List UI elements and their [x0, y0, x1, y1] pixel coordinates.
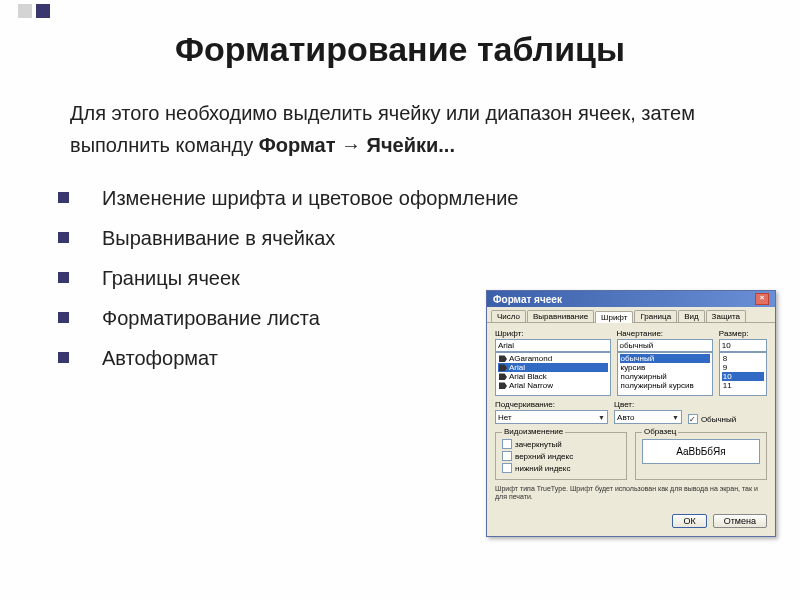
effects-group: Видоизменение зачеркнутый верхний индекс… — [495, 432, 627, 480]
effect-strikethrough-row[interactable]: зачеркнутый — [502, 439, 620, 449]
dialog-title-text: Формат ячеек — [493, 294, 562, 305]
tab-protection[interactable]: Защита — [706, 310, 746, 322]
style-option[interactable]: полужирный курсив — [620, 381, 710, 390]
tab-border[interactable]: Граница — [634, 310, 677, 322]
font-hint: Шрифт типа TrueType. Шрифт будет использ… — [495, 485, 767, 502]
underline-value: Нет — [498, 413, 512, 422]
size-listbox[interactable]: 8 9 10 11 — [719, 352, 767, 396]
underline-label: Подчеркивание: — [495, 400, 608, 409]
style-input[interactable]: обычный — [617, 339, 713, 352]
checkbox-icon[interactable] — [502, 439, 512, 449]
cancel-button[interactable]: Отмена — [713, 514, 767, 528]
list-item: Выравнивание в ячейках — [50, 223, 750, 253]
size-option[interactable]: 9 — [722, 363, 764, 372]
normal-check-label: Обычный — [701, 415, 736, 424]
effect-superscript-row[interactable]: верхний индекс — [502, 451, 620, 461]
size-option[interactable]: 8 — [722, 354, 764, 363]
size-label: Размер: — [719, 329, 767, 338]
effect-label: нижний индекс — [515, 464, 570, 473]
tab-number[interactable]: Число — [491, 310, 526, 322]
chevron-down-icon: ▼ — [598, 414, 605, 421]
color-label: Цвет: — [614, 400, 682, 409]
preview-group: Образец АаВbБбЯя — [635, 432, 767, 480]
preview-text: АаВbБбЯя — [642, 439, 760, 464]
font-label: Шрифт: — [495, 329, 611, 338]
color-value: Авто — [617, 413, 634, 422]
effects-group-label: Видоизменение — [502, 427, 565, 436]
slide-decor — [18, 4, 50, 18]
dialog-body: Шрифт: Arial AGaramond Arial Arial Black… — [487, 323, 775, 510]
dialog-button-row: ОК Отмена — [487, 510, 775, 536]
effect-label: верхний индекс — [515, 452, 573, 461]
font-listbox[interactable]: AGaramond Arial Arial Black Arial Narrow — [495, 352, 611, 396]
tab-view[interactable]: Вид — [678, 310, 704, 322]
page-title: Форматирование таблицы — [0, 30, 800, 69]
close-icon[interactable]: × — [755, 293, 769, 305]
format-cells-dialog: Формат ячеек × Число Выравнивание Шрифт … — [486, 290, 776, 537]
checkbox-icon[interactable]: ✓ — [688, 414, 698, 424]
chevron-down-icon: ▼ — [672, 414, 679, 421]
size-input[interactable]: 10 — [719, 339, 767, 352]
size-option[interactable]: 10 — [722, 372, 764, 381]
style-option[interactable]: полужирный — [620, 372, 710, 381]
tab-font[interactable]: Шрифт — [595, 311, 633, 323]
underline-dropdown[interactable]: Нет ▼ — [495, 410, 608, 424]
effect-subscript-row[interactable]: нижний индекс — [502, 463, 620, 473]
font-option[interactable]: Arial Black — [498, 372, 608, 381]
color-dropdown[interactable]: Авто ▼ — [614, 410, 682, 424]
dialog-titlebar[interactable]: Формат ячеек × — [487, 291, 775, 307]
effect-label: зачеркнутый — [515, 440, 562, 449]
font-option[interactable]: AGaramond — [498, 354, 608, 363]
dialog-tabs: Число Выравнивание Шрифт Граница Вид Защ… — [487, 307, 775, 323]
font-option[interactable]: Arial Narrow — [498, 381, 608, 390]
normal-checkbox-row[interactable]: ✓ Обычный — [688, 414, 767, 424]
tab-alignment[interactable]: Выравнивание — [527, 310, 594, 322]
style-label: Начертание: — [617, 329, 713, 338]
intro-paragraph: Для этого необходимо выделить ячейку или… — [0, 97, 800, 161]
style-listbox[interactable]: обычный курсив полужирный полужирный кур… — [617, 352, 713, 396]
list-item: Границы ячеек — [50, 263, 750, 293]
intro-command: Формат → Ячейки... — [259, 134, 455, 156]
font-input[interactable]: Arial — [495, 339, 611, 352]
checkbox-icon[interactable] — [502, 463, 512, 473]
style-option[interactable]: обычный — [620, 354, 710, 363]
font-option[interactable]: Arial — [498, 363, 608, 372]
style-option[interactable]: курсив — [620, 363, 710, 372]
preview-group-label: Образец — [642, 427, 678, 436]
ok-button[interactable]: ОК — [672, 514, 706, 528]
checkbox-icon[interactable] — [502, 451, 512, 461]
list-item: Изменение шрифта и цветовое оформление — [50, 183, 750, 213]
size-option[interactable]: 11 — [722, 381, 764, 390]
